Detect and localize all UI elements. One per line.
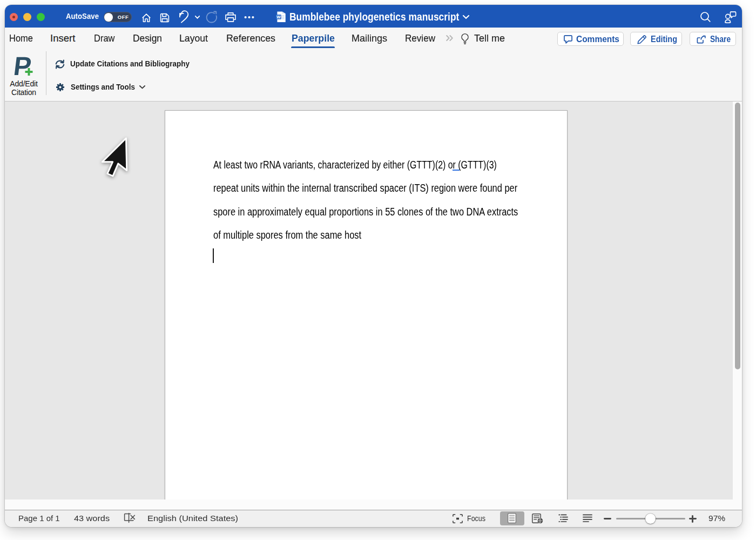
svg-text:W: W — [276, 15, 281, 19]
svg-text:P: P — [12, 51, 33, 80]
